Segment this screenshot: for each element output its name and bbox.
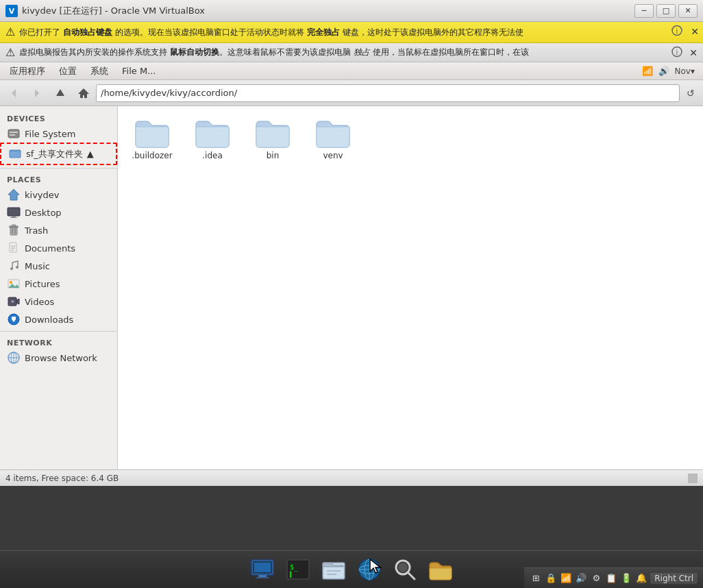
menu-applications[interactable]: 应用程序 <box>3 64 52 79</box>
notif1-settings-icon[interactable]: i <box>671 25 682 40</box>
forward-button[interactable] <box>26 83 48 103</box>
notif2-settings-icon[interactable]: i <box>671 46 682 59</box>
browse-network-icon <box>7 351 21 365</box>
desktop-icon <box>7 206 21 219</box>
main-area: DEVICES File System sf_共享文件夹 ▲ <box>0 106 703 469</box>
divider-2 <box>0 331 117 332</box>
taskbar-terminal-icon[interactable]: $_ ▌ <box>282 553 314 586</box>
svg-point-61 <box>398 563 408 572</box>
svg-rect-18 <box>10 228 17 235</box>
tray-icon-7[interactable]: 🔋 <box>620 572 632 585</box>
taskbar-monitor-icon[interactable] <box>246 553 279 586</box>
svg-point-28 <box>16 266 18 269</box>
svg-rect-12 <box>10 134 15 136</box>
file-label-bin: bin <box>267 151 280 160</box>
folder-icon-bin <box>255 116 291 149</box>
tray-icon-8[interactable]: 🔔 <box>635 572 648 585</box>
svg-text:▌: ▌ <box>289 571 293 578</box>
menu-system[interactable]: 系统 <box>84 64 115 79</box>
tray-icon-1[interactable]: ⊞ <box>530 572 542 585</box>
svg-marker-6 <box>12 89 16 97</box>
notification-bar-2: ⚠ 虚拟电脑报告其内所安装的操作系统支持 鼠标自动切换。这意味着鼠标不需要为该虚… <box>0 43 703 62</box>
svg-point-30 <box>10 281 12 284</box>
notif1-text: 你已打开了 自动独占键盘 的选项。现在当该虚拟电脑窗口处于活动状态时就将 完全独… <box>19 27 523 38</box>
minimize-button[interactable]: ─ <box>634 4 654 18</box>
sidebar-item-sf-shared[interactable]: sf_共享文件夹 ▲ <box>0 143 117 165</box>
taskbar-network-icon[interactable] <box>353 553 386 586</box>
home-button[interactable] <box>73 83 95 103</box>
resize-handle <box>688 474 698 483</box>
sidebar-item-music[interactable]: Music <box>0 257 117 275</box>
menu-places[interactable]: 位置 <box>52 64 84 79</box>
sidebar-item-videos[interactable]: Videos <box>0 293 117 310</box>
svg-rect-11 <box>10 132 18 133</box>
eject-button[interactable]: ▲ <box>87 149 94 159</box>
devices-header: DEVICES <box>0 110 117 125</box>
downloads-label: Downloads <box>25 315 73 325</box>
window-controls: ─ □ ✕ <box>634 4 698 18</box>
system-indicators: 📶 🔊 Nov▾ <box>642 66 700 76</box>
taskbar-search-icon[interactable] <box>388 553 421 586</box>
file-item-idea[interactable]: .idea <box>185 113 240 163</box>
taskbar-folder-icon[interactable] <box>424 553 457 586</box>
notif1-close-button[interactable]: ✕ <box>691 25 699 39</box>
music-label: Music <box>25 261 50 271</box>
notif2-text: 虚拟电脑报告其内所安装的操作系统支持 鼠标自动切换。这意味着鼠标不需要为该虚拟电… <box>19 47 528 58</box>
tray-icon-5[interactable]: ⚙ <box>590 572 602 585</box>
right-ctrl-indicator[interactable]: Right Ctrl <box>650 573 698 584</box>
tray-icon-6[interactable]: 📋 <box>605 572 617 585</box>
sidebar-item-trash[interactable]: Trash <box>0 221 117 239</box>
system-tray: ⊞ 🔒 📶 🔊 ⚙ 📋 🔋 🔔 Right Ctrl <box>524 567 703 588</box>
toolbar: /home/kivydev/kivy/accordion/ ↺ <box>0 80 703 106</box>
downloads-icon <box>7 313 21 326</box>
svg-text:i: i <box>676 27 678 35</box>
filesystem-label: File System <box>25 129 75 139</box>
app-icon: V <box>5 5 18 17</box>
browse-network-label: Browse Network <box>25 353 97 363</box>
svg-rect-15 <box>8 208 20 216</box>
sidebar: DEVICES File System sf_共享文件夹 ▲ <box>0 106 118 469</box>
sidebar-item-kivydev[interactable]: kivydev <box>0 186 117 204</box>
menu-filem[interactable]: File M... <box>115 64 163 77</box>
sidebar-item-documents[interactable]: Documents <box>0 239 117 257</box>
taskbar-files-icon[interactable] <box>317 553 350 586</box>
tray-icon-3[interactable]: 📶 <box>560 572 572 585</box>
address-bar[interactable]: /home/kivydev/kivy/accordion/ <box>96 84 680 102</box>
status-text: 4 items, Free space: 6.4 GB <box>5 474 119 483</box>
svg-marker-14 <box>8 189 19 200</box>
file-item-buildozer[interactable]: .buildozer <box>125 113 180 163</box>
network-indicator: 📶 <box>642 66 653 76</box>
sidebar-item-pictures[interactable]: Pictures <box>0 275 117 293</box>
svg-rect-44 <box>256 577 269 578</box>
file-item-bin[interactable]: bin <box>245 113 300 163</box>
reload-button[interactable]: ↺ <box>681 84 700 102</box>
title-bar: V kivydev [正在运行] - Oracle VM VirtualBox … <box>0 0 703 22</box>
back-button[interactable] <box>3 83 25 103</box>
folder-icon-venv <box>315 116 351 149</box>
notif2-close-button[interactable]: ✕ <box>689 47 698 58</box>
file-item-venv[interactable]: venv <box>306 113 360 163</box>
close-button[interactable]: ✕ <box>678 4 698 18</box>
up-button[interactable] <box>49 83 71 103</box>
tray-icon-4[interactable]: 🔊 <box>575 572 587 585</box>
svg-point-27 <box>10 267 13 270</box>
kivydev-icon <box>7 188 21 201</box>
svg-rect-46 <box>254 563 271 572</box>
file-label-venv: venv <box>323 151 343 160</box>
maximize-button[interactable]: □ <box>656 4 676 18</box>
svg-text:$_: $_ <box>290 563 299 572</box>
tray-icon-2[interactable]: 🔒 <box>545 572 557 585</box>
volume-indicator: 🔊 <box>658 66 669 76</box>
sidebar-item-filesystem[interactable]: File System <box>0 125 117 143</box>
file-label-idea: .idea <box>202 151 223 160</box>
desktop-label: Desktop <box>25 208 62 218</box>
notification-bar-1: ⚠ 你已打开了 自动独占键盘 的选项。现在当该虚拟电脑窗口处于活动状态时就将 完… <box>0 22 703 43</box>
sidebar-item-downloads[interactable]: Downloads <box>0 310 117 328</box>
pictures-icon <box>7 277 21 291</box>
sidebar-item-desktop[interactable]: Desktop <box>0 204 117 221</box>
sidebar-item-browse-network[interactable]: Browse Network <box>0 349 117 367</box>
places-header: PLACES <box>0 171 117 186</box>
svg-text:i: i <box>676 48 678 56</box>
documents-icon <box>7 241 21 255</box>
svg-marker-9 <box>78 88 89 98</box>
